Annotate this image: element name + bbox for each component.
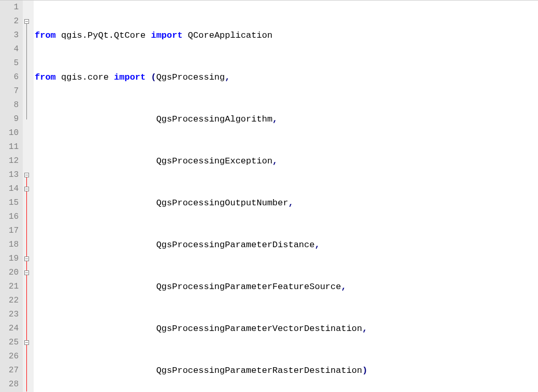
- line-number: 11: [0, 140, 19, 154]
- code-text-area[interactable]: from qgis.PyQt.QtCore import QCoreApplic…: [34, 1, 538, 392]
- fold-toggle-icon[interactable]: [24, 173, 29, 177]
- line-number: 2: [0, 14, 19, 28]
- line-number: 14: [0, 182, 19, 196]
- line-number: 22: [0, 294, 19, 308]
- breakpoint-margin[interactable]: [30, 1, 34, 392]
- fold-toggle-icon[interactable]: [24, 270, 29, 275]
- line-number: 24: [0, 322, 19, 336]
- line-number: 4: [0, 42, 19, 56]
- line-number: 7: [0, 84, 19, 98]
- line-number: 6: [0, 70, 19, 84]
- fold-toggle-icon[interactable]: [24, 257, 29, 261]
- code-line: from qgis.PyQt.QtCore import QCoreApplic…: [35, 28, 538, 42]
- code-line: QgsProcessingException,: [35, 154, 538, 168]
- code-line: QgsProcessingParameterVectorDestination,: [35, 322, 538, 336]
- line-number: 3: [0, 28, 19, 42]
- line-number: 23: [0, 308, 19, 322]
- line-number: 27: [0, 364, 19, 378]
- code-editor[interactable]: 1 2 3 4 5 6 7 8 9 10 11 12 13 14 15 16 1…: [0, 0, 538, 392]
- code-line: QgsProcessingParameterFeatureSource,: [35, 280, 538, 294]
- line-number: 8: [0, 98, 19, 112]
- line-number: 19: [0, 252, 19, 266]
- line-number: 16: [0, 210, 19, 224]
- line-number-gutter: 1 2 3 4 5 6 7 8 9 10 11 12 13 14 15 16 1…: [0, 1, 23, 392]
- fold-toggle-icon[interactable]: [24, 340, 29, 345]
- code-line: QgsProcessingParameterRasterDestination): [35, 364, 538, 378]
- line-number: 17: [0, 224, 19, 238]
- fold-toggle-icon[interactable]: [24, 187, 29, 191]
- line-number: 18: [0, 238, 19, 252]
- line-number: 21: [0, 280, 19, 294]
- code-line: from qgis.core import (QgsProcessing,: [35, 70, 538, 84]
- fold-toggle-icon[interactable]: [24, 19, 29, 24]
- line-number: 5: [0, 56, 19, 70]
- line-number: 28: [0, 378, 19, 391]
- code-line: QgsProcessingParameterDistance,: [35, 238, 538, 252]
- line-number: 10: [0, 126, 19, 140]
- code-line: QgsProcessingOutputNumber,: [35, 196, 538, 210]
- line-number: 25: [0, 336, 19, 350]
- line-number: 1: [0, 1, 19, 14]
- line-number: 26: [0, 350, 19, 364]
- line-number: 15: [0, 196, 19, 210]
- line-number: 13: [0, 168, 19, 182]
- line-number: 20: [0, 266, 19, 280]
- code-line: QgsProcessingAlgorithm,: [35, 112, 538, 126]
- line-number: 9: [0, 112, 19, 126]
- fold-margin: [23, 1, 30, 392]
- line-number: 12: [0, 154, 19, 168]
